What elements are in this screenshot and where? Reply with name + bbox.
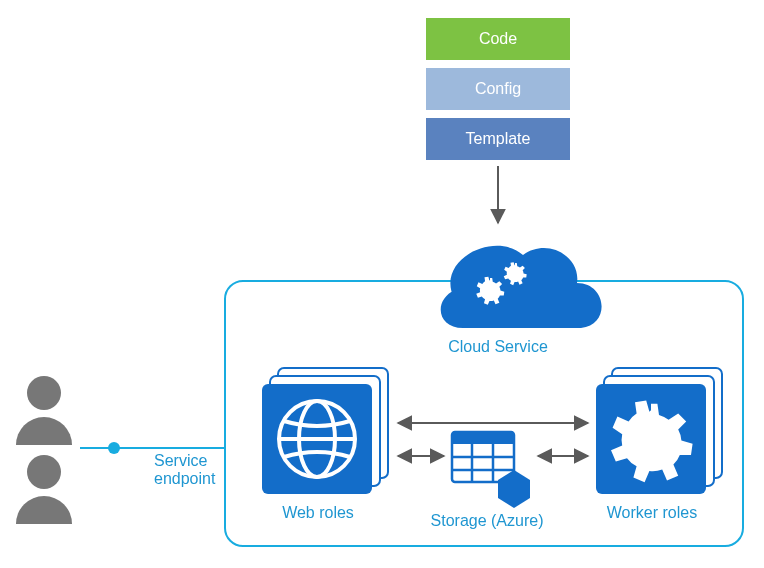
worker-roles-label: Worker roles <box>607 504 697 521</box>
cloud-service-icon <box>441 246 602 328</box>
web-roles-label: Web roles <box>282 504 354 521</box>
svg-point-17 <box>27 376 61 410</box>
user-icon-bottom <box>16 455 72 524</box>
storage-label: Storage (Azure) <box>431 512 544 529</box>
web-roles-icon <box>262 368 388 494</box>
service-endpoint-dot <box>108 442 120 454</box>
svg-rect-11 <box>452 432 514 444</box>
cloud-service-label: Cloud Service <box>448 338 548 355</box>
svg-point-18 <box>27 455 61 489</box>
service-endpoint-label: Service endpoint <box>154 452 216 487</box>
storage-icon <box>452 432 530 508</box>
worker-roles-icon <box>596 368 722 494</box>
user-icon-top <box>16 376 72 445</box>
